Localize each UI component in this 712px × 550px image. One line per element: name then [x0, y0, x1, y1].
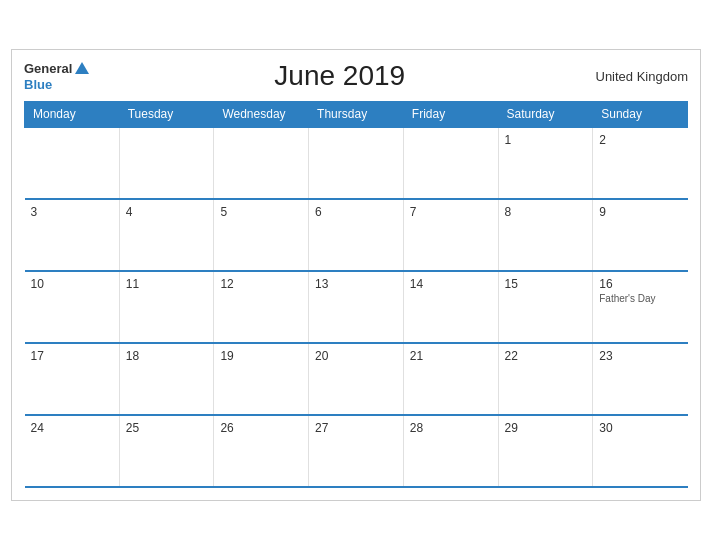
day-number: 24 [31, 421, 113, 435]
week-row-2: 3456789 [25, 199, 688, 271]
day-number: 26 [220, 421, 302, 435]
day-number: 7 [410, 205, 492, 219]
calendar-cell [25, 127, 120, 199]
day-number: 13 [315, 277, 397, 291]
day-number: 16 [599, 277, 681, 291]
calendar-header: General Blue June 2019 United Kingdom [24, 60, 688, 92]
calendar-cell: 17 [25, 343, 120, 415]
calendar-cell: 8 [498, 199, 593, 271]
calendar-cell: 18 [119, 343, 214, 415]
calendar-cell: 3 [25, 199, 120, 271]
calendar-cell: 11 [119, 271, 214, 343]
calendar-container: General Blue June 2019 United Kingdom Mo… [11, 49, 701, 500]
week-row-3: 10111213141516Father's Day [25, 271, 688, 343]
weekday-header-thursday: Thursday [309, 101, 404, 127]
day-number: 3 [31, 205, 113, 219]
day-number: 21 [410, 349, 492, 363]
calendar-cell: 27 [309, 415, 404, 487]
calendar-cell: 23 [593, 343, 688, 415]
calendar-cell [119, 127, 214, 199]
day-number: 1 [505, 133, 587, 147]
weekday-header-sunday: Sunday [593, 101, 688, 127]
day-number: 17 [31, 349, 113, 363]
calendar-cell: 12 [214, 271, 309, 343]
weekday-header-row: MondayTuesdayWednesdayThursdayFridaySatu… [25, 101, 688, 127]
day-number: 4 [126, 205, 208, 219]
weekday-header-tuesday: Tuesday [119, 101, 214, 127]
svg-marker-0 [75, 62, 89, 74]
calendar-cell: 26 [214, 415, 309, 487]
day-number: 23 [599, 349, 681, 363]
calendar-cell: 25 [119, 415, 214, 487]
day-number: 20 [315, 349, 397, 363]
day-number: 28 [410, 421, 492, 435]
calendar-cell: 13 [309, 271, 404, 343]
day-number: 9 [599, 205, 681, 219]
day-number: 29 [505, 421, 587, 435]
calendar-cell: 24 [25, 415, 120, 487]
calendar-cell: 9 [593, 199, 688, 271]
day-number: 5 [220, 205, 302, 219]
day-number: 30 [599, 421, 681, 435]
calendar-cell [309, 127, 404, 199]
weekday-header-friday: Friday [403, 101, 498, 127]
calendar-cell: 29 [498, 415, 593, 487]
weekday-header-wednesday: Wednesday [214, 101, 309, 127]
weekday-header-saturday: Saturday [498, 101, 593, 127]
day-number: 14 [410, 277, 492, 291]
calendar-cell: 22 [498, 343, 593, 415]
day-number: 8 [505, 205, 587, 219]
day-event: Father's Day [599, 293, 681, 304]
calendar-cell: 6 [309, 199, 404, 271]
day-number: 6 [315, 205, 397, 219]
day-number: 27 [315, 421, 397, 435]
logo-general-text: General [24, 62, 72, 76]
calendar-cell: 15 [498, 271, 593, 343]
week-row-5: 24252627282930 [25, 415, 688, 487]
calendar-cell: 5 [214, 199, 309, 271]
month-title: June 2019 [91, 60, 588, 92]
logo-blue-text: Blue [24, 78, 52, 92]
day-number: 12 [220, 277, 302, 291]
logo-icon [73, 60, 91, 78]
day-number: 10 [31, 277, 113, 291]
calendar-cell: 21 [403, 343, 498, 415]
calendar-cell: 10 [25, 271, 120, 343]
day-number: 19 [220, 349, 302, 363]
calendar-cell: 16Father's Day [593, 271, 688, 343]
calendar-cell [403, 127, 498, 199]
calendar-cell: 20 [309, 343, 404, 415]
day-number: 25 [126, 421, 208, 435]
logo: General Blue [24, 60, 91, 92]
region-label: United Kingdom [588, 69, 688, 84]
day-number: 22 [505, 349, 587, 363]
calendar-cell: 28 [403, 415, 498, 487]
day-number: 15 [505, 277, 587, 291]
calendar-cell: 14 [403, 271, 498, 343]
calendar-cell: 2 [593, 127, 688, 199]
calendar-cell: 19 [214, 343, 309, 415]
calendar-table: MondayTuesdayWednesdayThursdayFridaySatu… [24, 101, 688, 488]
week-row-4: 17181920212223 [25, 343, 688, 415]
day-number: 18 [126, 349, 208, 363]
week-row-1: 12 [25, 127, 688, 199]
calendar-cell: 7 [403, 199, 498, 271]
day-number: 11 [126, 277, 208, 291]
calendar-cell: 30 [593, 415, 688, 487]
weekday-header-monday: Monday [25, 101, 120, 127]
calendar-cell: 4 [119, 199, 214, 271]
calendar-cell: 1 [498, 127, 593, 199]
calendar-cell [214, 127, 309, 199]
day-number: 2 [599, 133, 681, 147]
